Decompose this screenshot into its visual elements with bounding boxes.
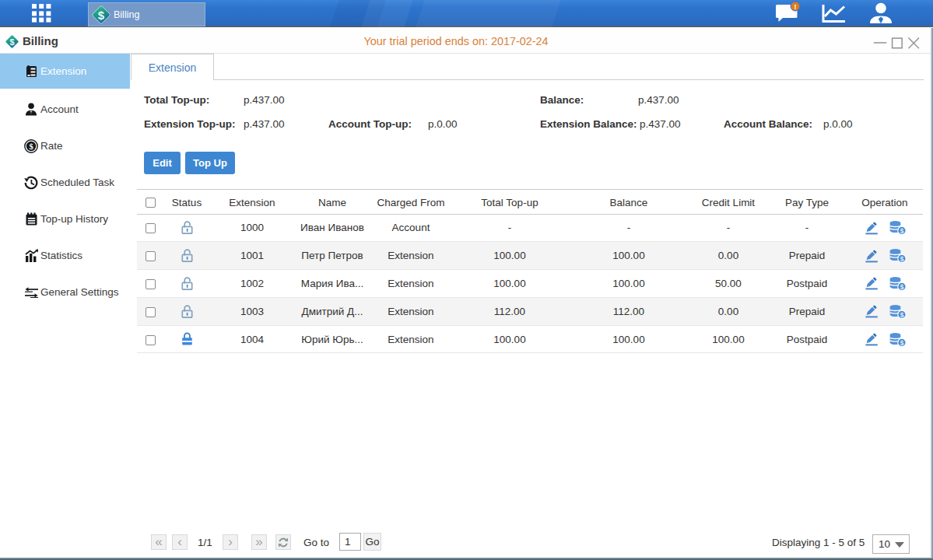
svg-text:$: $ bbox=[900, 283, 904, 291]
svg-text:!: ! bbox=[794, 3, 797, 11]
svg-text:$: $ bbox=[900, 338, 904, 346]
svg-text:$: $ bbox=[29, 142, 33, 151]
svg-text:$: $ bbox=[98, 8, 105, 21]
svg-text:$: $ bbox=[900, 310, 904, 318]
svg-text:$: $ bbox=[900, 255, 904, 263]
svg-text:$: $ bbox=[900, 227, 904, 235]
